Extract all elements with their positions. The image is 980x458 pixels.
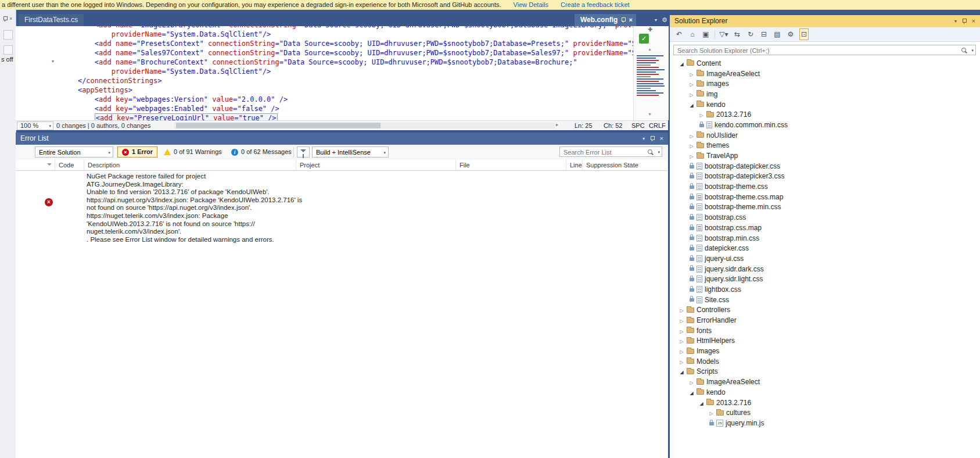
tree-item-images[interactable]: ▷images	[670, 78, 980, 89]
chevron-collapsed-icon[interactable]: ▷	[690, 82, 693, 87]
tab-firstdatatests[interactable]: FirstDataTests.cs	[19, 14, 84, 26]
pin-icon[interactable]	[3, 16, 7, 22]
tree-item-travelapp[interactable]: ▷TravelApp	[670, 151, 980, 161]
scope-filter-icon[interactable]: ▽▾	[719, 29, 728, 40]
chevron-expanded-icon[interactable]: ◢	[680, 370, 683, 375]
close-icon[interactable]: ×	[972, 15, 975, 27]
tree-item-nouislider[interactable]: ▷noUIslider	[670, 130, 980, 141]
chevron-down-icon[interactable]: ▾	[971, 48, 974, 53]
chevron-expanded-icon[interactable]: ◢	[680, 62, 683, 67]
tree-item-bootstrap-theme-min-css[interactable]: bootstrap-theme.min.css	[670, 202, 980, 213]
tree-item-controllers[interactable]: ▷Controllers	[670, 305, 980, 316]
suppression-state-column-header[interactable]: Suppression State	[583, 160, 668, 170]
code-fold-icon[interactable]: ▾	[52, 59, 54, 64]
tree-item-bootstrap-min-css[interactable]: bootstrap.min.css	[670, 233, 980, 244]
tree-item-bootstrap-datepicker-css[interactable]: bootstrap-datepicker.css	[670, 161, 980, 171]
collapse-all-icon[interactable]: ⊟	[759, 29, 769, 40]
tool-icon[interactable]	[3, 45, 13, 55]
back-button[interactable]: ↶	[674, 29, 684, 40]
view-details-link[interactable]: View Details	[514, 1, 548, 8]
code-line[interactable]: <add name="PresetsContext" connectionStr…	[61, 39, 633, 48]
chevron-expanded-icon[interactable]: ◢	[690, 391, 693, 396]
tree-item-content[interactable]: ◢Content	[670, 58, 980, 69]
horizontal-scrollbar[interactable]	[174, 123, 555, 128]
tree-item-htmlhelpers[interactable]: ▷HtmlHelpers	[670, 336, 980, 346]
chevron-collapsed-icon[interactable]: ▷	[680, 349, 683, 355]
tool-icon[interactable]	[3, 30, 13, 40]
tree-item-imageareaselect[interactable]: ▷ImageAreaSelect	[670, 377, 980, 387]
tree-item-fonts[interactable]: ▷fonts	[670, 325, 980, 336]
tree-item-images[interactable]: ▷Images	[670, 346, 980, 356]
chevron-collapsed-icon[interactable]: ▷	[690, 380, 693, 385]
chevron-collapsed-icon[interactable]: ▷	[680, 319, 683, 324]
tree-item-bootstrap-css-map[interactable]: bootstrap.css.map	[670, 223, 980, 233]
chevron-collapsed-icon[interactable]: ▷	[690, 154, 693, 159]
scrollbar-thumb[interactable]	[176, 123, 380, 128]
close-icon[interactable]: ×	[629, 17, 632, 23]
chevron-collapsed-icon[interactable]: ▷	[690, 72, 693, 77]
tree-item-site-css[interactable]: Site.css	[670, 295, 980, 305]
chevron-down-icon[interactable]: ▾	[658, 150, 660, 155]
error-row[interactable]: × NuGet Package restore failed for proje…	[16, 170, 668, 240]
project-column-header[interactable]: Project	[296, 160, 456, 170]
refresh-icon[interactable]: ↻	[746, 29, 755, 40]
scroll-down-icon[interactable]: ▼	[648, 112, 652, 116]
window-position-chevron-icon[interactable]: ▾	[954, 15, 957, 27]
tree-item-jquery-ui-css[interactable]: jquery-ui.css	[670, 253, 980, 264]
scroll-up-icon[interactable]: ▲	[648, 47, 652, 51]
splitter-grip-icon[interactable]: ✚	[648, 26, 652, 33]
chevron-collapsed-icon[interactable]: ▷	[680, 360, 683, 365]
solution-explorer-search[interactable]: ▾	[673, 45, 976, 55]
chevron-expanded-icon[interactable]: ◢	[690, 103, 693, 108]
tree-item-kendo[interactable]: ◢kendo	[670, 99, 980, 110]
severity-column-header[interactable]	[16, 160, 55, 170]
tab-webconfig[interactable]: Web.config ×	[575, 14, 636, 26]
code-editor[interactable]: ▾ <add name="ImageLibraryContext" connec…	[16, 26, 633, 120]
minimap[interactable]	[636, 54, 666, 110]
tree-item-2013-2-716[interactable]: ◢2013.2.716	[670, 398, 980, 408]
tree-item-jquery-min-js[interactable]: JSjquery.min.js	[670, 418, 980, 428]
preview-selected-items-toggle[interactable]: ⊡	[799, 28, 809, 40]
tree-item-bootstrap-theme-css[interactable]: bootstrap-theme.css	[670, 181, 980, 192]
chevron-collapsed-icon[interactable]: ▷	[680, 339, 683, 344]
error-list-search[interactable]: ▾	[559, 146, 662, 157]
tree-item-datepicker-css[interactable]: datepicker.css	[670, 243, 980, 253]
search-input[interactable]	[676, 46, 935, 55]
eol-indicator[interactable]: CRLF	[649, 121, 666, 130]
window-gear-icon[interactable]: ⚙	[662, 14, 667, 26]
code-line[interactable]: <appSettings>	[61, 85, 633, 95]
close-icon[interactable]: ×	[660, 133, 663, 145]
chevron-collapsed-icon[interactable]: ▷	[680, 329, 683, 334]
code-line[interactable]: <add key="webpages:Version" value="2.0.0…	[61, 95, 633, 104]
create-feedback-ticket-link[interactable]: Create a feedback ticket	[561, 1, 630, 8]
home-icon[interactable]: ⌂	[688, 29, 697, 40]
tree-item-kendo-common-min-css[interactable]: kendo.common.min.css	[670, 120, 980, 130]
code-line[interactable]: <add name="BrochureContext" connectionSt…	[61, 58, 633, 67]
tree-item-bootstrap-css[interactable]: bootstrap.css	[670, 212, 980, 223]
chevron-collapsed-icon[interactable]: ▷	[690, 144, 693, 149]
code-line[interactable]: <add key="webpages:Enabled" value="false…	[61, 104, 633, 113]
tree-item-scripts[interactable]: ◢Scripts	[670, 367, 980, 377]
document-health-indicator[interactable]: ✓	[639, 34, 649, 44]
tree-item-themes[interactable]: ▷themes	[670, 141, 980, 151]
show-all-files-icon[interactable]: ▤	[773, 29, 782, 40]
chevron-collapsed-icon[interactable]: ▷	[680, 308, 683, 313]
solution-explorer-title-bar[interactable]: Solution Explorer ▾ ×	[670, 15, 980, 27]
code-line[interactable]: providerName="System.Data.SqlClient"/>	[61, 30, 633, 39]
errors-filter-button[interactable]: × 1 Error	[117, 146, 157, 158]
zoom-dropdown[interactable]: 100 % ▾	[17, 121, 53, 130]
scope-dropdown[interactable]: Entire Solution ▾	[35, 146, 113, 158]
line-column-header[interactable]: Line	[566, 160, 583, 170]
window-position-chevron-icon[interactable]: ▾	[642, 133, 645, 145]
code-column-header[interactable]: Code	[55, 160, 84, 170]
properties-gear-icon[interactable]: ⚙	[786, 29, 795, 40]
tree-item-imageareaselect[interactable]: ▷ImageAreaSelect	[670, 69, 980, 79]
tree-item-models[interactable]: ▷Models	[670, 356, 980, 367]
messages-filter-button[interactable]: i 0 of 62 Messages	[227, 146, 296, 158]
description-column-header[interactable]: Description	[84, 160, 296, 170]
build-intellisense-dropdown[interactable]: Build + IntelliSense ▾	[312, 146, 389, 158]
tree-item-jquery-sidr-dark-css[interactable]: jquery.sidr.dark.css	[670, 264, 980, 274]
scroll-right-icon[interactable]: ▸	[556, 122, 558, 127]
tree-item-kendo[interactable]: ◢kendo	[670, 387, 980, 398]
close-icon[interactable]: ×	[9, 16, 12, 22]
